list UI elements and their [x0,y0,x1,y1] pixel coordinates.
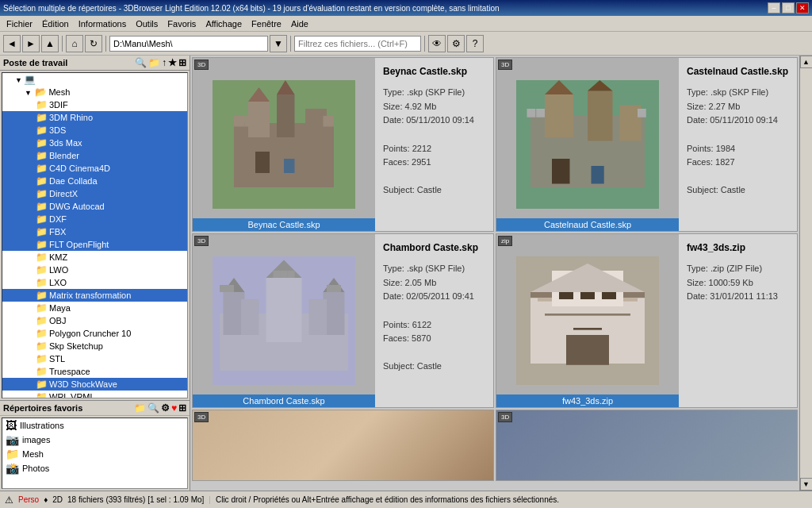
tree-item-wrl-vrml[interactable]: 📁WRL VRML [2,391,187,398]
fav-icon-search[interactable]: 🔍 [147,402,159,414]
menu-item-fichier[interactable]: Fichier [2,17,37,30]
filter-input[interactable] [294,36,421,52]
file-info-castelnaud: Castelnaud Castle.skp Type: .skp (SKP Fi… [679,58,797,231]
refresh-button[interactable]: ↻ [85,35,102,52]
file-name-fw43: fw43_3ds.zip [687,241,789,256]
tree-item-directx[interactable]: 📁DirectX [2,187,187,200]
tree-item-blender[interactable]: 📁Blender [2,149,187,162]
up-button[interactable]: ▲ [41,35,59,52]
favorites-header: Répertoires favoris 📁 🔍 ⚙ ♥ ⊞ [0,401,190,416]
tree-item-stl[interactable]: 📁STL [2,352,187,365]
menu-item-édition[interactable]: Édition [37,17,74,30]
tree-item-skp-sketchup[interactable]: 📁Skp Sketchup [2,340,187,352]
titlebar-controls[interactable]: – □ ✕ [768,2,809,13]
forward-button[interactable]: ► [22,35,40,52]
file-name-castelnaud: Castelnaud Castle.skp [687,64,789,79]
file-date-castelnaud: Date: 05/11/2010 09:14 [687,114,789,128]
ws-icon-up[interactable]: ↑ [162,57,167,68]
tree-item-kmz[interactable]: 📁KMZ [2,251,187,264]
svg-rect-19 [638,109,646,117]
tree-item-3dm-rhino[interactable]: 📁3DM Rhino [2,111,187,124]
scroll-up-button[interactable]: ▲ [800,56,813,68]
file-info-fw43: fw43_3ds.zip Type: .zip (ZIP File) Size:… [679,234,797,407]
menu-item-informations[interactable]: Informations [74,17,132,30]
tree-item-matrix-transformation[interactable]: 📁Matrix transformation [2,289,187,302]
fav-icon-settings[interactable]: ⚙ [161,402,170,414]
tree-item-fbx[interactable]: 📁FBX [2,225,187,238]
tree-item-maya[interactable]: 📁Maya [2,302,187,314]
file-card-partial-1[interactable]: 3D [496,410,798,481]
menu-item-outils[interactable]: Outils [131,17,163,30]
toolbar-separator-3 [290,36,291,52]
file-caption-castelnaud: Castelnaud Castle.skp [496,218,679,231]
svg-rect-40 [288,271,295,278]
tree-item-lwo[interactable]: 📁LWO [2,264,187,276]
main-layout: Poste de travail 🔍 📁 ↑ ★ ⊞ ▼💻▼ 📂Mesh📁3DI… [0,56,812,491]
svg-rect-34 [220,285,227,292]
workstation-header: Poste de travail 🔍 📁 ↑ ★ ⊞ [0,56,190,71]
minimize-button[interactable]: – [768,2,780,13]
file-card-beynac[interactable]: 3D Beynac Castle.skp Beynac Castle.skp T… [192,57,494,232]
tree-item-dwg-autocad[interactable]: 📁DWG Autocad [2,200,187,213]
file-subject-castelnaud: Subject: Castle [687,183,789,198]
svg-rect-49 [545,314,630,316]
menu-item-affichage[interactable]: Affichage [201,17,247,30]
menu-item-favoris[interactable]: Favoris [163,17,201,30]
svg-rect-50 [566,335,609,365]
fav-item-mesh[interactable]: 📁Mesh [2,447,187,461]
tree-item-3ds-max[interactable]: 📁3ds Max [2,137,187,149]
svg-rect-28 [266,278,302,342]
scroll-down-button[interactable]: ▼ [800,478,813,491]
ws-icon-search[interactable]: 🔍 [135,57,147,68]
tree-item-w3d-shockwave[interactable]: 📁W3D ShockWave [2,378,187,391]
home-button[interactable]: ⌂ [66,35,83,52]
tree-item-3dif[interactable]: 📁3DIF [2,98,187,111]
tree-item-polygon-cruncher-10[interactable]: 📁Polygon Cruncher 10 [2,327,187,340]
back-button[interactable]: ◄ [3,35,21,52]
file-caption-fw43: fw43_3ds.zip [496,394,679,407]
tree-item-dae-collada[interactable]: 📁Dae Collada [2,175,187,187]
svg-rect-38 [274,271,281,278]
close-button[interactable]: ✕ [796,2,809,13]
tree-item-dxf[interactable]: 📁DXF [2,213,187,225]
status-dim-label: 2D [52,495,63,504]
menu-item-aide[interactable]: Aide [286,17,313,30]
tree-item-computer[interactable]: ▼💻 [2,73,187,86]
tree-item-3ds[interactable]: 📁3DS [2,124,187,137]
ws-icon-star[interactable]: ★ [168,57,177,68]
menu-item-fenêtre[interactable]: Fenêtre [247,17,286,30]
file-card-fw43[interactable]: zip fw43_3ds.zip fw43_3ds.zip Type: .zip… [496,233,798,408]
tree-item-lxo[interactable]: 📁LXO [2,276,187,289]
fav-icon-folder[interactable]: 📁 [134,402,146,414]
maximize-button[interactable]: □ [782,2,795,13]
view-button[interactable]: 👁 [428,35,446,52]
file-caption-chambord: Chambord Caste.skp [193,394,375,407]
file-card-castelnaud[interactable]: 3D Castelnaud Castle.skp Castelnaud Cast… [496,57,798,232]
ws-icon-grid[interactable]: ⊞ [178,57,186,68]
ws-icon-folder-new[interactable]: 📁 [148,57,160,68]
tree-item-obj[interactable]: 📁OBJ [2,314,187,327]
fav-label: Illustrations [20,421,64,430]
path-input[interactable] [109,36,268,52]
fav-icon-grid[interactable]: ⊞ [178,402,186,414]
file-faces-beynac: Faces: 2951 [383,156,485,170]
fav-icon-heart[interactable]: ♥ [171,402,177,414]
toolbar-separator-2 [105,36,106,52]
tree-item-c4d-cinema4d[interactable]: 📁C4D Cinema4D [2,162,187,175]
tree-item-truespace[interactable]: 📁Truespace [2,365,187,378]
path-dropdown[interactable]: ▼ [270,35,287,52]
svg-rect-30 [309,299,327,335]
file-card-partial-0[interactable]: 3D [192,410,494,481]
fav-icon: 📸 [6,462,19,475]
tree-item-flt-openflight[interactable]: 📁FLT OpenFlight [2,238,187,251]
fav-item-illustrations[interactable]: 🖼Illustrations [2,418,187,433]
help-button[interactable]: ? [466,35,484,52]
file-card-chambord[interactable]: 3D Chambord Caste.skp Chambord Caste.skp… [192,233,494,408]
fav-item-photos[interactable]: 📸Photos [2,461,187,475]
svg-rect-35 [227,285,234,292]
fav-item-images[interactable]: 📷images [2,433,187,447]
settings-button[interactable]: ⚙ [447,35,465,52]
status-perso-label: Perso [18,495,39,504]
left-panel: Poste de travail 🔍 📁 ↑ ★ ⊞ ▼💻▼ 📂Mesh📁3DI… [0,56,190,491]
tree-item-mesh[interactable]: ▼ 📂Mesh [2,86,187,98]
